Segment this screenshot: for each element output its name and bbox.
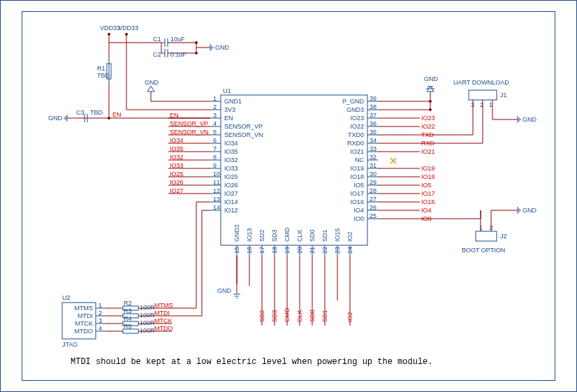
svg-text:JTAG: JTAG [62, 341, 78, 348]
svg-text:IO16: IO16 [350, 198, 364, 205]
svg-text:3: 3 [98, 317, 102, 324]
svg-text:IO35: IO35 [170, 145, 184, 152]
svg-text:20: 20 [296, 247, 303, 254]
svg-text:GND: GND [217, 287, 232, 294]
svg-text:IO14: IO14 [224, 198, 238, 205]
svg-text:SD2: SD2 [258, 229, 265, 242]
svg-point-195 [125, 33, 128, 36]
svg-text:IO33: IO33 [224, 165, 238, 172]
svg-text:R1: R1 [97, 65, 105, 72]
svg-text:9: 9 [213, 162, 217, 169]
svg-text:18: 18 [271, 247, 278, 254]
svg-text:IO21: IO21 [350, 148, 364, 155]
svg-text:39: 39 [370, 95, 377, 102]
svg-text:IO4: IO4 [421, 207, 432, 214]
svg-text:36: 36 [370, 120, 377, 127]
svg-text:10uF: 10uF [170, 36, 185, 43]
svg-text:29: 29 [370, 179, 377, 186]
svg-text:VDD33: VDD33 [118, 24, 138, 31]
svg-text:VDD33: VDD33 [100, 24, 120, 31]
svg-text:GND1: GND1 [224, 98, 242, 105]
gnd-right-top: GND [378, 75, 439, 111]
gnd-caps: GND [196, 44, 230, 51]
svg-text:GND2: GND2 [233, 224, 240, 242]
svg-text:14: 14 [213, 204, 220, 211]
svg-text:11: 11 [213, 179, 220, 186]
svg-text:C2: C2 [153, 51, 161, 58]
svg-text:32: 32 [370, 154, 377, 161]
svg-text:IO32: IO32 [170, 154, 184, 161]
svg-text:IO17: IO17 [350, 190, 364, 197]
svg-text:SENSOR_VN: SENSOR_VN [224, 131, 263, 138]
svg-text:MTCK: MTCK [154, 317, 173, 324]
schematic-page: U1 1GND123V33ENEN4SENSOR_VPSENSOR_VP5SEN… [0, 0, 577, 392]
svg-text:TBD: TBD [90, 109, 103, 116]
svg-text:GND: GND [523, 207, 537, 214]
svg-text:IO19: IO19 [350, 165, 364, 172]
svg-text:IO33: IO33 [170, 162, 184, 169]
svg-text:IO21: IO21 [421, 148, 435, 155]
svg-text:IO4: IO4 [353, 207, 364, 214]
svg-text:IO19: IO19 [421, 165, 435, 172]
svg-text:MTDO: MTDO [154, 325, 173, 332]
svg-text:IO5: IO5 [421, 182, 432, 189]
svg-text:7: 7 [213, 145, 217, 152]
svg-text:MTDI: MTDI [78, 312, 93, 319]
svg-text:SD3: SD3 [271, 229, 278, 242]
u1-component: U1 [221, 87, 367, 245]
svg-text:12: 12 [213, 187, 220, 194]
svg-text:BOOT OPTION: BOOT OPTION [462, 247, 505, 254]
svg-text:IO25: IO25 [224, 173, 238, 180]
svg-text:SENSOR_VP: SENSOR_VP [170, 120, 208, 127]
svg-text:EN: EN [112, 111, 122, 118]
svg-text:5: 5 [213, 129, 217, 136]
svg-text:GND: GND [145, 79, 159, 86]
svg-text:3: 3 [213, 112, 217, 119]
svg-text:IO12: IO12 [224, 207, 238, 214]
svg-text:IO0: IO0 [353, 215, 364, 222]
svg-text:GND: GND [424, 75, 439, 82]
svg-text:C3: C3 [76, 109, 85, 116]
svg-text:IO27: IO27 [170, 187, 184, 194]
svg-text:1: 1 [489, 101, 492, 108]
svg-text:1: 1 [98, 302, 102, 309]
svg-text:22: 22 [321, 247, 328, 254]
svg-text:IO15: IO15 [334, 228, 341, 242]
svg-text:4: 4 [98, 325, 102, 332]
svg-text:IO16: IO16 [421, 198, 435, 205]
svg-marker-241 [147, 86, 154, 92]
j1-connector: J1 UART DOWNLOAD 3 2 1 GND [453, 79, 537, 143]
svg-text:SD1: SD1 [321, 229, 328, 242]
svg-text:UART DOWNLOAD: UART DOWNLOAD [453, 79, 509, 86]
gnd-pin1: GND [145, 79, 210, 101]
svg-text:IO26: IO26 [170, 179, 184, 186]
svg-text:1: 1 [213, 95, 217, 102]
svg-text:IO17: IO17 [421, 190, 435, 197]
svg-text:MTDO: MTDO [75, 328, 94, 335]
svg-text:16: 16 [246, 247, 253, 254]
gnd-bottom: GND [217, 284, 240, 298]
svg-text:SENSOR_VP: SENSOR_VP [224, 123, 263, 130]
svg-text:100R: 100R [140, 327, 155, 334]
svg-text:1: 1 [479, 224, 483, 231]
svg-text:U2: U2 [62, 294, 71, 301]
cap-c3: C3 TBD GND [48, 109, 109, 122]
svg-text:J1: J1 [500, 92, 507, 99]
svg-text:30: 30 [370, 170, 377, 177]
svg-text:15: 15 [233, 247, 240, 254]
svg-text:CMD: CMD [284, 227, 291, 242]
svg-text:27: 27 [370, 196, 377, 203]
svg-text:P_GND: P_GND [342, 98, 365, 105]
svg-rect-0 [221, 95, 367, 245]
svg-text:J2: J2 [500, 233, 507, 240]
svg-text:23: 23 [334, 247, 341, 254]
svg-text:IO23: IO23 [421, 115, 435, 122]
svg-text:GND: GND [215, 44, 230, 51]
svg-text:TXD0: TXD0 [348, 131, 364, 138]
svg-text:IO18: IO18 [350, 173, 364, 180]
svg-text:TBD: TBD [97, 72, 110, 79]
svg-text:100R: 100R [140, 312, 155, 319]
svg-text:GND: GND [523, 116, 537, 123]
svg-text:IO18: IO18 [421, 173, 435, 180]
svg-text:IO32: IO32 [224, 157, 238, 164]
